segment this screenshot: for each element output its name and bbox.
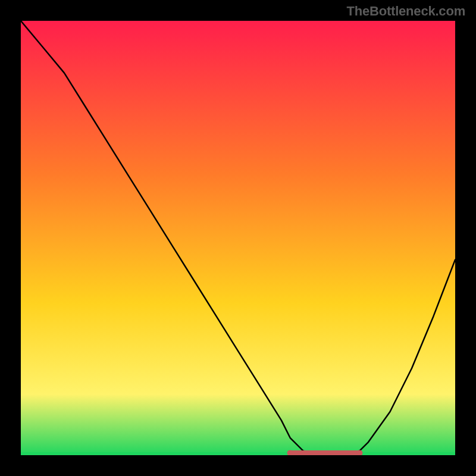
chart-svg: [21, 21, 455, 455]
green-baseline: [21, 452, 455, 455]
plot-area: [21, 21, 455, 455]
chart-container: { "watermark": "TheBottleneck.com", "col…: [0, 0, 476, 476]
watermark-text: TheBottleneck.com: [346, 4, 465, 19]
gradient-background: [21, 21, 455, 455]
